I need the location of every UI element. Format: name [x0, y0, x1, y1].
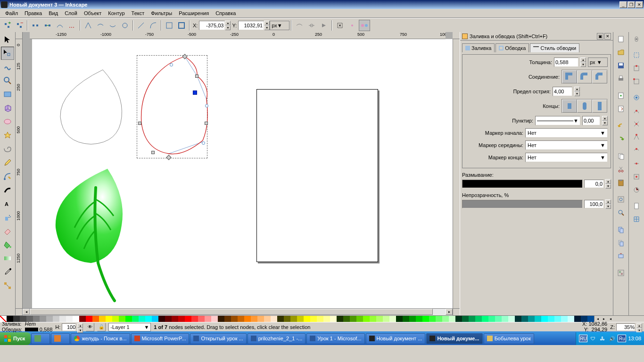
swatch[interactable] — [112, 316, 119, 322]
blur-input[interactable] — [584, 180, 604, 188]
zoom-page-icon[interactable] — [615, 206, 627, 219]
quick-launch-1[interactable] — [31, 333, 50, 344]
swatch[interactable] — [132, 316, 139, 322]
swatch[interactable] — [416, 316, 422, 322]
gradient-tool-icon[interactable] — [1, 252, 14, 265]
swatch[interactable] — [561, 316, 568, 322]
swatch[interactable] — [502, 316, 508, 322]
swatch[interactable] — [284, 316, 290, 322]
break-node-icon[interactable] — [30, 20, 41, 31]
menu-edit[interactable]: Правка — [21, 10, 45, 16]
menu-extensions[interactable]: Расширения — [175, 10, 212, 16]
snap-midpoint-icon[interactable] — [630, 157, 643, 170]
dock-close-button[interactable]: ✕ — [604, 33, 611, 40]
join-node-icon[interactable] — [42, 20, 53, 31]
swatch[interactable] — [568, 316, 574, 322]
snap-cusp-icon[interactable] — [630, 131, 643, 143]
blur-spinner[interactable]: ▲▼ — [605, 179, 611, 189]
scrollbar-horizontal[interactable]: ◂ ▸ — [23, 308, 453, 315]
show-mask-icon[interactable] — [306, 20, 317, 31]
swatch[interactable] — [475, 316, 482, 322]
fill-value[interactable]: Нет — [25, 322, 36, 326]
snap-intersection-icon[interactable] — [630, 118, 643, 130]
group-icon[interactable] — [615, 267, 627, 279]
handle[interactable] — [205, 104, 208, 107]
snap-path-icon[interactable] — [630, 105, 643, 117]
tab-stroke-paint[interactable]: Обводка — [495, 43, 529, 52]
handle[interactable] — [170, 63, 173, 66]
swatch[interactable] — [145, 316, 152, 322]
print-icon[interactable] — [615, 73, 627, 85]
clone-icon[interactable] — [615, 237, 627, 249]
swatch[interactable] — [92, 316, 99, 322]
snap-bbox-edge-icon[interactable] — [630, 62, 643, 74]
box3d-tool-icon[interactable] — [1, 101, 14, 115]
swatch[interactable] — [290, 316, 297, 322]
swatch[interactable] — [79, 316, 86, 322]
scrollbar-vertical[interactable] — [453, 39, 460, 308]
stroke-width-input[interactable] — [554, 58, 578, 67]
swatch[interactable] — [86, 316, 92, 322]
swatch[interactable] — [73, 316, 79, 322]
swatch[interactable] — [370, 316, 376, 322]
tweak-tool-icon[interactable] — [1, 60, 14, 74]
swatch[interactable] — [376, 316, 383, 322]
swatch[interactable] — [488, 316, 495, 322]
layer-visible-toggle[interactable]: 👁 — [86, 323, 94, 331]
task-inkscape-active[interactable]: Новый докуме... — [426, 333, 482, 344]
node-auto-icon[interactable] — [119, 20, 131, 31]
swatch[interactable] — [317, 316, 323, 322]
swatch[interactable] — [495, 316, 502, 322]
snap-node-icon[interactable] — [630, 91, 643, 104]
menu-path[interactable]: Контур — [105, 10, 128, 16]
snap-center-icon[interactable] — [630, 171, 643, 183]
undo-icon[interactable] — [615, 120, 627, 132]
width-spinner[interactable]: ▲▼ — [580, 58, 586, 67]
zoom-spinner[interactable]: ▲▼ — [636, 323, 642, 331]
rect-tool-icon[interactable] — [1, 88, 14, 101]
node[interactable] — [138, 122, 141, 125]
swatch[interactable] — [396, 316, 403, 322]
drop-shape-red[interactable] — [137, 53, 217, 162]
dash-offset-input[interactable] — [582, 116, 600, 125]
zoom-input[interactable] — [616, 323, 635, 331]
tab-stroke-style[interactable]: Стиль обводки — [530, 43, 579, 52]
swatch[interactable] — [224, 316, 231, 322]
y-input[interactable] — [238, 21, 264, 30]
swatch[interactable] — [178, 316, 185, 322]
eraser-tool-icon[interactable] — [1, 224, 14, 238]
color-palette[interactable]: ◂ ▸ ◂ — [0, 315, 644, 322]
blur-slider[interactable] — [462, 180, 583, 188]
text-tool-icon[interactable]: A — [1, 197, 14, 210]
opacity-spinner[interactable]: ▲▼ — [605, 199, 611, 209]
opacity-input[interactable] — [584, 200, 604, 208]
object-to-path-icon[interactable] — [164, 20, 175, 31]
swatch[interactable] — [535, 316, 541, 322]
fill-tool-icon[interactable] — [1, 238, 14, 251]
import-icon[interactable] — [615, 90, 627, 102]
join-round-icon[interactable] — [577, 70, 592, 83]
insert-node-icon[interactable]: + — [1, 20, 13, 31]
swatch[interactable] — [541, 316, 548, 322]
spray-tool-icon[interactable] — [1, 211, 14, 224]
segment-line-icon[interactable] — [135, 20, 147, 31]
tab-fill[interactable]: Заливка — [462, 43, 495, 52]
tray-network-icon[interactable]: 🖧 — [599, 335, 606, 342]
handle[interactable] — [202, 141, 205, 145]
swatch[interactable] — [508, 316, 515, 322]
leaf-shape[interactable] — [44, 164, 138, 305]
lang-indicator-2[interactable]: Ru — [618, 335, 626, 342]
bezier-tool-icon[interactable] — [1, 170, 14, 183]
cap-square-icon[interactable] — [592, 99, 607, 113]
swatch[interactable] — [337, 316, 343, 322]
swatch[interactable] — [442, 316, 449, 322]
ruler-vertical[interactable]: 0 125 250 500 750 1000 1250 — [16, 39, 23, 308]
swatch[interactable] — [125, 316, 132, 322]
swatch[interactable] — [548, 316, 554, 322]
calligraphy-tool-icon[interactable] — [1, 183, 14, 197]
swatch[interactable] — [59, 316, 66, 322]
y-spinner[interactable]: ▲▼ — [264, 21, 270, 30]
marker-end-select[interactable]: Нет▼ — [525, 153, 608, 162]
marker-mid-select[interactable]: Нет▼ — [525, 140, 608, 150]
swatch[interactable] — [277, 316, 284, 322]
